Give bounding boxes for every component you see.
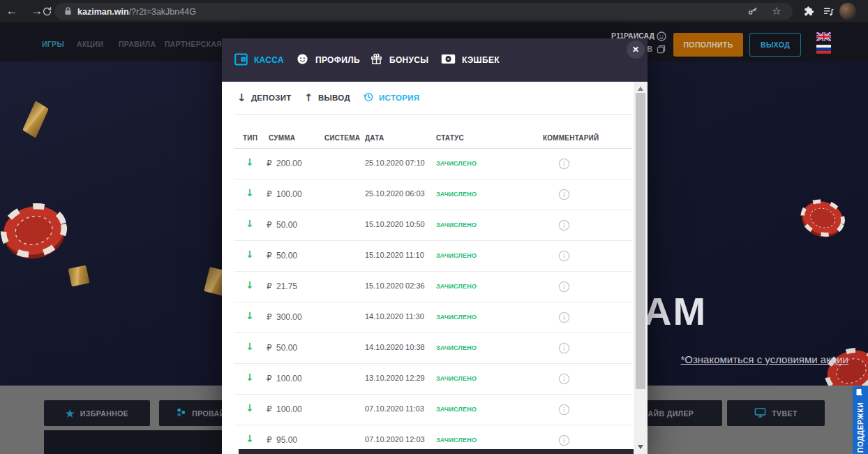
uk-flag[interactable]: [816, 31, 831, 41]
profile-face-icon: [296, 52, 309, 68]
history-rows: ↓ ₽ 200.00 25.10.2020 07:10 ЗАЧИСЛЕНО ↓ …: [222, 149, 648, 454]
tab-cashier[interactable]: КАССА: [234, 38, 284, 82]
table-row: ↓ ₽ 50.00 14.10.2020 10:38 ЗАЧИСЛЕНО: [234, 333, 632, 364]
back-icon[interactable]: ←: [3, 0, 21, 22]
promo-terms-link[interactable]: *Ознакомиться с условиями акции: [680, 353, 848, 365]
category-favorites-button[interactable]: ★ ИЗБРАННОЕ: [44, 400, 150, 426]
subtab-label: ИСТОРИЯ: [379, 94, 419, 102]
profile-smiley-icon[interactable]: [656, 31, 668, 43]
address-bar[interactable]: kaziman.win /?r2t=3akJbn44G: [54, 3, 793, 20]
info-icon[interactable]: [558, 250, 570, 262]
tab-profile[interactable]: ПРОФИЛЬ: [296, 38, 360, 82]
deposit-type-arrow-icon: ↓: [246, 157, 254, 167]
table-row: ↓ ₽ 50.00 15.10.2020 10:50 ЗАЧИСЛЕНО: [234, 210, 632, 241]
row-currency: ₽: [267, 435, 272, 445]
col-date: ДАТА: [365, 134, 384, 142]
info-icon[interactable]: [558, 373, 570, 385]
info-icon[interactable]: [558, 342, 570, 354]
row-currency: ₽: [267, 312, 272, 322]
row-date: 13.10.2020 12:29: [365, 374, 425, 382]
info-icon[interactable]: [558, 312, 570, 323]
deposit-type-arrow-icon: ↓: [246, 311, 254, 321]
nav-promotions[interactable]: АКЦИИ: [77, 40, 103, 48]
row-currency: ₽: [267, 251, 272, 261]
info-icon[interactable]: [558, 189, 570, 200]
row-status: ЗАЧИСЛЕНО: [436, 283, 477, 290]
close-icon[interactable]: ✕: [627, 41, 645, 59]
support-tab[interactable]: [853, 386, 868, 454]
providers-dots-icon: [176, 407, 186, 419]
row-status: ЗАЧИСЛЕНО: [436, 375, 477, 382]
tab-cashback[interactable]: КЭШБЕК: [441, 38, 500, 82]
poker-chip-right: [794, 193, 850, 248]
info-icon[interactable]: [558, 434, 570, 446]
row-date: 15.10.2020 11:10: [365, 251, 424, 259]
scrollbar-thumb[interactable]: [636, 93, 645, 389]
nav-rules[interactable]: ПРАВИЛА: [119, 40, 156, 48]
info-icon[interactable]: [558, 219, 570, 231]
history-clock-icon: [363, 91, 374, 104]
cashier-modal: КАССА ПРОФИЛЬ БОНУСЫ КЭШБЕК ✕: [222, 38, 648, 454]
lock-icon: [64, 6, 72, 18]
row-date: 07.10.2020 12:03: [365, 435, 425, 444]
row-amount: 95.00: [276, 435, 297, 445]
url-domain: kaziman.win: [77, 7, 129, 17]
info-icon[interactable]: [558, 281, 570, 293]
row-status: ЗАЧИСЛЕНО: [436, 221, 477, 228]
modal-scrollbar[interactable]: [634, 82, 648, 454]
subtab-label: ДЕПОЗИТ: [251, 94, 292, 102]
subtab-deposit[interactable]: ↓ ДЕПОЗИТ: [237, 82, 292, 114]
tab-label: КЭШБЕК: [462, 55, 500, 65]
deposit-type-arrow-icon: ↓: [246, 219, 254, 228]
extensions-puzzle-icon[interactable]: [800, 0, 818, 22]
category-label: ЛАЙВ ДИЛЕР: [643, 409, 694, 418]
row-date: 14.10.2020 10:38: [365, 343, 425, 351]
row-date: 07.10.2020 11:03: [365, 404, 424, 413]
key-icon[interactable]: [744, 0, 762, 22]
info-icon[interactable]: [558, 158, 570, 170]
tab-bonuses[interactable]: БОНУСЫ: [370, 38, 428, 82]
row-amount: 50.00: [276, 251, 297, 261]
row-amount: 300.00: [276, 312, 302, 322]
table-row: ↓ ₽ 100.00 25.10.2020 06:03 ЗАЧИСЛЕНО: [234, 180, 632, 210]
tv-monitor-icon: [754, 407, 766, 419]
ru-flag[interactable]: [816, 44, 831, 53]
row-date: 14.10.2020 11:30: [365, 312, 424, 321]
browser-profile-avatar[interactable]: [839, 3, 856, 20]
row-currency: ₽: [267, 159, 272, 168]
nav-games[interactable]: ИГРЫ: [42, 40, 64, 48]
row-currency: ₽: [267, 374, 272, 383]
subtab-withdraw[interactable]: ↑ ВЫВОД: [304, 82, 350, 114]
category-label: TVBET: [772, 409, 797, 418]
playlist-extension-icon[interactable]: [819, 0, 837, 22]
subtab-history[interactable]: ИСТОРИЯ: [363, 82, 419, 114]
table-row: ↓ ₽ 21.75 15.10.2020 02:36 ЗАЧИСЛЕНО: [234, 272, 632, 302]
copy-badge-icon[interactable]: [656, 44, 668, 56]
divider: [234, 114, 632, 115]
category-tvbet-button[interactable]: TVBET: [727, 400, 825, 426]
row-currency: ₽: [267, 281, 272, 291]
col-comment: КОММЕНТАРИЙ: [543, 134, 599, 142]
modal-body: ↓ ДЕПОЗИТ ↑ ВЫВОД ИСТОРИЯ ТИП СУММА СИСТ…: [222, 82, 648, 454]
row-date: 25.10.2020 06:03: [365, 189, 425, 198]
col-amount: СУММА: [269, 134, 295, 142]
bookmark-star-icon[interactable]: ☆: [768, 0, 786, 22]
tab-label: БОНУСЫ: [389, 55, 428, 65]
row-status: ЗАЧИСЛЕНО: [436, 437, 477, 444]
deposit-button[interactable]: ПОПОЛНИТЬ: [673, 33, 743, 57]
subtab-label: ВЫВОД: [318, 94, 350, 102]
browser-toolbar: ← → kaziman.win /?r2t=3akJbn44G ☆: [0, 0, 868, 22]
row-date: 25.10.2020 07:10: [365, 159, 425, 167]
scroll-up-arrow-icon[interactable]: [638, 87, 643, 91]
star-icon: ★: [66, 409, 75, 418]
info-icon[interactable]: [558, 404, 570, 416]
deposit-type-arrow-icon: ↓: [246, 434, 254, 444]
banknote-icon: [441, 54, 456, 66]
row-amount: 21.75: [276, 281, 297, 291]
deposit-type-arrow-icon: ↓: [246, 403, 254, 413]
logout-button[interactable]: ВЫХОД: [749, 33, 801, 57]
col-system: СИСТЕМА: [324, 134, 360, 142]
row-amount: 200.00: [276, 159, 302, 168]
deposit-type-arrow-icon: ↓: [246, 249, 254, 259]
scroll-down-arrow-icon[interactable]: [638, 445, 643, 449]
